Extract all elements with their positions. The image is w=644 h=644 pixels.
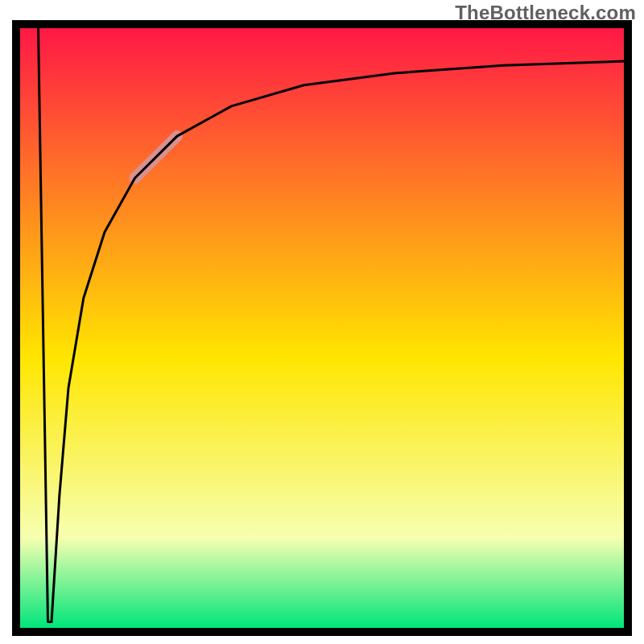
- watermark-text: TheBottleneck.com: [455, 2, 636, 24]
- chart-stage: TheBottleneck.com: [0, 0, 644, 644]
- gradient-background: [20, 28, 624, 628]
- bottleneck-chart: [0, 0, 644, 644]
